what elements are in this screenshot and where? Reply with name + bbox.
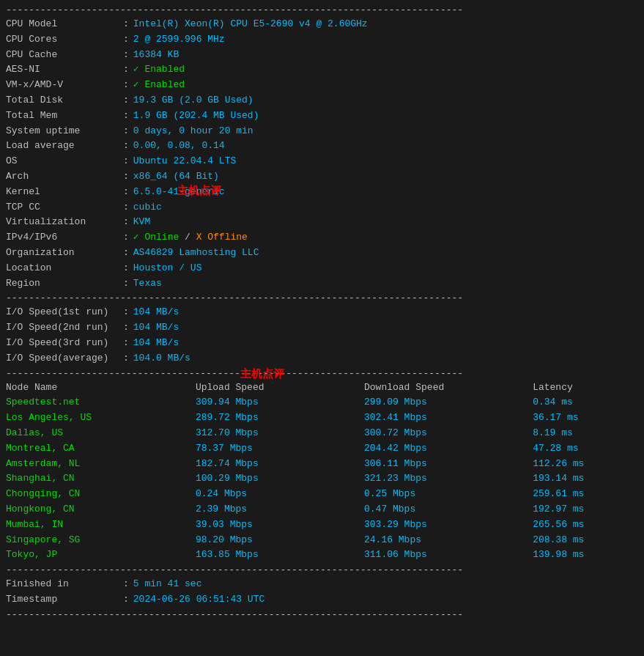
header-node: Node Name [6,380,196,396]
os-value: Ubuntu 22.04.4 LTS [133,154,236,169]
timestamp-row: Timestamp : 2024-06-26 06:51:43 UTC [6,592,638,608]
vm-value: ✓ Enabled [133,78,185,93]
speed-upload: 98.20 Mbps [196,533,364,548]
speed-latency: 193.14 ms [533,471,638,487]
io-run1-value: 104 MB/s [133,305,179,320]
table-row: Shanghai, CN100.29 Mbps321.23 Mbps193.14… [6,471,638,487]
ipv-offline: X Offline [196,230,248,246]
speed-node: Hongkong, CN [6,502,196,517]
divider-footer-top: ----------------------------------------… [6,564,638,575]
load-label: Load average [6,139,123,154]
uptime-value: 0 days, 0 hour 20 min [133,124,253,139]
speed-upload: 312.70 Mbps [196,426,364,441]
watermark-divider: 主机点评 [240,367,284,381]
speed-latency: 139.98 ms [533,548,638,563]
table-row: Hongkong, CN2.39 Mbps0.47 Mbps192.97 ms [6,502,638,517]
arch-label: Arch [6,169,123,185]
region-row: Region : Texas [6,276,638,292]
aes-ni-label: AES-NI [6,62,123,78]
io-run2-row: I/O Speed(2nd run) : 104 MB/s [6,320,638,336]
mem-label: Total Mem [6,108,123,124]
speed-node: Dallas, US [6,426,196,441]
watermark-kernel: 主机点评 [177,183,221,201]
speed-latency: 0.34 ms [533,395,638,410]
io-run3-value: 104 MB/s [133,336,179,351]
speed-upload: 78.37 Mbps [196,441,364,457]
tcp-label: TCP CC [6,200,123,215]
speed-test-section: Node Name Upload Speed Download Speed La… [6,380,638,564]
speed-latency: 192.97 ms [533,502,638,517]
load-value: 0.00, 0.08, 0.14 [133,139,225,154]
ipv-row: IPv4/IPv6 : ✓ Online / X Offline [6,230,638,246]
header-download: Download Speed [364,380,533,396]
speed-latency: 8.19 ms [533,426,638,441]
finished-row: Finished in : 5 min 41 sec [6,577,638,592]
aes-ni-row: AES-NI : ✓ Enabled [6,62,638,78]
disk-value: 19.3 GB (2.0 GB Used) [133,93,253,108]
divider-bottom: ----------------------------------------… [6,609,638,620]
io-run1-row: I/O Speed(1st run) : 104 MB/s [6,305,638,320]
speed-upload: 309.94 Mbps [196,395,364,410]
uptime-row: System uptime : 0 days, 0 hour 20 min [6,124,638,139]
speed-latency: 36.17 ms [533,410,638,426]
aes-ni-value: ✓ Enabled [133,62,185,78]
divider-speed-top: ----------------------------------------… [6,368,638,379]
mem-row: Total Mem : 1.9 GB (202.4 MB Used) [6,108,638,124]
finished-value: 5 min 41 sec [133,577,202,592]
speed-latency: 208.38 ms [533,533,638,548]
io-run2-value: 104 MB/s [133,320,179,336]
arch-row: Arch : x86_64 (64 Bit) [6,169,638,185]
speed-upload: 0.24 Mbps [196,487,364,502]
virt-label: Virtualization [6,215,123,230]
speed-node: Chongqing, CN [6,487,196,502]
speed-latency: 47.28 ms [533,441,638,457]
speed-download: 0.47 Mbps [364,502,533,517]
region-label: Region [6,276,123,292]
table-row: Tokyo, JP163.85 Mbps311.06 Mbps139.98 ms [6,548,638,563]
io-run1-label: I/O Speed(1st run) [6,305,123,320]
table-row: Amsterdam, NL182.74 Mbps306.11 Mbps112.2… [6,457,638,472]
arch-value: x86_64 (64 Bit) [133,169,219,185]
speed-node: Singapore, SG [6,533,196,548]
speed-table-header: Node Name Upload Speed Download Speed La… [6,380,638,396]
table-row: Mumbai, IN39.03 Mbps303.29 Mbps265.56 ms [6,517,638,533]
location-row: Location : Houston / US [6,261,638,276]
region-value: Texas [133,276,162,292]
os-label: OS [6,154,123,169]
speed-node: Shanghai, CN [6,471,196,487]
load-row: Load average : 0.00, 0.08, 0.14 [6,139,638,154]
speed-download: 300.72 Mbps [364,426,533,441]
io-avg-value: 104.0 MB/s [133,351,190,366]
os-row: OS : Ubuntu 22.04.4 LTS [6,154,638,169]
virt-row: Virtualization : KVM [6,215,638,230]
footer-section: Finished in : 5 min 41 sec Timestamp : 2… [6,577,638,608]
speed-node: Amsterdam, NL [6,457,196,472]
location-value: Houston / US [133,261,202,276]
tcp-row: TCP CC : cubic [6,200,638,215]
cpu-model-row: CPU Model : Intel(R) Xeon(R) CPU E5-2690… [6,17,638,32]
ipv-online: ✓ Online [133,230,179,246]
header-latency: Latency [533,380,638,396]
speed-latency: 259.61 ms [533,487,638,502]
speed-upload: 163.85 Mbps [196,548,364,563]
speed-download: 0.25 Mbps [364,487,533,502]
timestamp-label: Timestamp [6,592,123,608]
org-row: Organization : AS46829 Lamhosting LLC [6,246,638,261]
speed-node: Mumbai, IN [6,517,196,533]
table-row: Chongqing, CN0.24 Mbps0.25 Mbps259.61 ms [6,487,638,502]
io-avg-label: I/O Speed(average) [6,351,123,366]
table-row: Montreal, CA78.37 Mbps204.42 Mbps47.28 m… [6,441,638,457]
speed-download: 303.29 Mbps [364,517,533,533]
kernel-row: Kernel : 6.5.0-41-generic 主机点评 [6,185,638,200]
mem-value: 1.9 GB (202.4 MB Used) [133,108,259,124]
io-avg-row: I/O Speed(average) : 104.0 MB/s [6,351,638,366]
io-run3-label: I/O Speed(3rd run) [6,336,123,351]
speed-latency: 265.56 ms [533,517,638,533]
cpu-cores-row: CPU Cores : 2 @ 2599.996 MHz [6,32,638,48]
cpu-model-value: Intel(R) Xeon(R) CPU E5-2690 v4 @ 2.60GH… [133,17,368,32]
io-run3-row: I/O Speed(3rd run) : 104 MB/s [6,336,638,351]
cpu-cores-value: 2 @ 2599.996 MHz [133,32,225,48]
disk-label: Total Disk [6,93,123,108]
table-row: Speedtest.net309.94 Mbps299.09 Mbps0.34 … [6,395,638,410]
speed-download: 302.41 Mbps [364,410,533,426]
